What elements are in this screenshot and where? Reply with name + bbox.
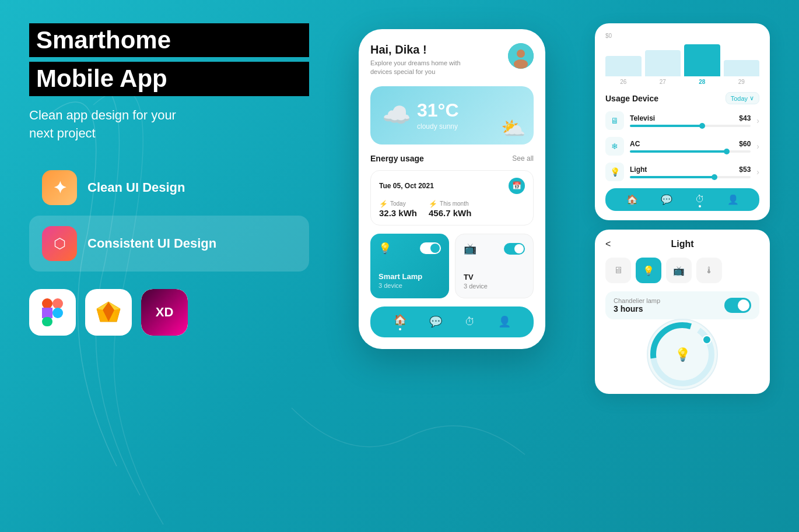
clean-ui-text: Clean UI Design bbox=[87, 180, 185, 195]
xd-icon: XD bbox=[141, 289, 188, 336]
smart-lamp-name: Smart Lamp bbox=[379, 272, 441, 281]
svg-point-19 bbox=[703, 336, 711, 344]
weather-info: 31°C cloudy sunny bbox=[417, 100, 459, 131]
svg-rect-0 bbox=[42, 298, 52, 309]
ac-usage-price: $60 bbox=[739, 140, 751, 148]
subtitle: Clean app design for your next project bbox=[29, 107, 309, 143]
tv-chevron: › bbox=[756, 116, 759, 125]
chart-label-28: 28 bbox=[684, 79, 720, 85]
ac-usage-icon: ❄ bbox=[605, 137, 624, 156]
xd-bg: XD bbox=[141, 289, 188, 336]
stat-today-value: 32.3 kWh bbox=[379, 208, 417, 218]
consistent-ui-icon: ⬡ bbox=[42, 226, 77, 261]
tv-usage-price: $43 bbox=[739, 114, 751, 122]
ac-name-row: AC $60 bbox=[630, 140, 751, 148]
phone-greeting: Hai, Dika ! bbox=[370, 43, 461, 57]
lamp-toggle[interactable] bbox=[420, 242, 441, 254]
tv-name-row: Televisi $43 bbox=[630, 114, 751, 122]
nav-timer[interactable]: ⏱ bbox=[465, 316, 475, 328]
right-nav-profile[interactable]: 👤 bbox=[727, 194, 739, 205]
light-title: Light bbox=[671, 239, 693, 249]
usage-row-ac: ❄ AC $60 › bbox=[605, 137, 759, 156]
svg-point-14 bbox=[514, 59, 528, 69]
middle-panel: Hai, Dika ! Explore your dreams home wit… bbox=[327, 23, 577, 509]
stat-month-value: 456.7 kWh bbox=[429, 208, 471, 218]
usage-row-light: 💡 Light $53 › bbox=[605, 163, 759, 181]
light-name-row: Light $53 bbox=[630, 165, 751, 174]
ac-bar-dot bbox=[724, 149, 730, 154]
chandelier-toggle[interactable] bbox=[724, 298, 751, 313]
ac-usage-name: AC bbox=[630, 140, 640, 148]
tv-usage-icon: 🖥 bbox=[605, 111, 624, 130]
svg-point-3 bbox=[52, 308, 63, 318]
chart-labels: 26 27 28 29 bbox=[605, 79, 759, 85]
nav-home[interactable]: 🏠 bbox=[394, 313, 406, 330]
today-badge[interactable]: Today ∨ bbox=[726, 92, 759, 104]
feature-card-consistent: ⬡ Consistent UI Design bbox=[29, 216, 309, 272]
light-tab-light[interactable]: 💡 bbox=[636, 258, 661, 283]
dial-container: 💡 bbox=[605, 326, 759, 385]
svg-rect-2 bbox=[42, 308, 52, 318]
tool-icons: XD bbox=[29, 289, 309, 336]
ac-bar-fill bbox=[630, 150, 727, 153]
tv-bar-fill bbox=[630, 125, 702, 127]
chart-bar-28 bbox=[684, 44, 720, 76]
chart-label-26: 26 bbox=[605, 79, 642, 85]
stat-month-icon: ⚡ bbox=[429, 200, 437, 208]
energy-card: Tue 05, Oct 2021 📅 ⚡ Today 32.3 kWh ⚡ bbox=[370, 170, 534, 226]
chart-label-27: 27 bbox=[645, 79, 681, 85]
usage-row-tv: 🖥 Televisi $43 › bbox=[605, 111, 759, 130]
sketch-icon bbox=[85, 289, 132, 336]
weather-card: ☁️ 31°C cloudy sunny ⛅ bbox=[370, 86, 534, 145]
ac-usage-info: AC $60 bbox=[630, 140, 751, 153]
chart-section: $0 26 27 28 29 bbox=[605, 33, 759, 92]
lamp-toggle-knob bbox=[430, 244, 440, 253]
stat-month: ⚡ This month 456.7 kWh bbox=[429, 200, 471, 218]
tv-usage-info: Televisi $43 bbox=[630, 114, 751, 127]
svg-text:💡: 💡 bbox=[675, 347, 691, 362]
smart-lamp-header: 💡 bbox=[379, 242, 441, 255]
light-usage-icon: 💡 bbox=[605, 163, 624, 181]
energy-date-row: Tue 05, Oct 2021 📅 bbox=[379, 178, 525, 194]
tv-toggle-knob bbox=[514, 244, 524, 253]
phone-sub: Explore your dreams home with devices sp… bbox=[370, 59, 461, 77]
phone-greeting-block: Hai, Dika ! Explore your dreams home wit… bbox=[370, 43, 461, 77]
light-bar-fill bbox=[630, 176, 714, 178]
light-bar-track bbox=[630, 176, 751, 178]
title-smarthome: Smarthome bbox=[29, 23, 309, 57]
right-nav-chat[interactable]: 💬 bbox=[661, 194, 672, 205]
light-bar-dot bbox=[712, 174, 717, 180]
light-card: < Light 🖥 💡 📺 🌡 Chandelier lamp 3 hours bbox=[595, 230, 770, 394]
chart-bar-27 bbox=[645, 50, 681, 76]
lamp-icon: 💡 bbox=[379, 242, 391, 255]
nav-home-dot bbox=[399, 328, 401, 330]
light-tab-temp[interactable]: 🌡 bbox=[696, 258, 722, 283]
chandelier-time: 3 hours bbox=[614, 304, 660, 313]
consistent-ui-text: Consistent UI Design bbox=[87, 236, 216, 251]
light-usage-name: Light bbox=[630, 165, 647, 174]
light-tab-tv[interactable]: 📺 bbox=[666, 258, 692, 283]
ac-bar-track bbox=[630, 150, 751, 153]
right-top-nav: 🏠 💬 ⏱ 👤 bbox=[605, 188, 759, 211]
nav-profile[interactable]: 👤 bbox=[498, 315, 511, 328]
energy-date: Tue 05, Oct 2021 bbox=[379, 182, 434, 190]
tv-card: 📺 TV 3 device bbox=[455, 234, 534, 298]
chart-bar-29 bbox=[724, 60, 760, 76]
light-tabs: 🖥 💡 📺 🌡 bbox=[605, 258, 759, 283]
right-nav-dot bbox=[699, 205, 701, 207]
phone-mockup: Hai, Dika ! Explore your dreams home wit… bbox=[359, 29, 545, 349]
tv-bar-track bbox=[630, 125, 751, 127]
stat-month-label: ⚡ This month bbox=[429, 200, 471, 208]
right-nav-home[interactable]: 🏠 bbox=[626, 194, 638, 205]
dial-svg: 💡 bbox=[642, 313, 723, 395]
left-panel: Smarthome Mobile App Clean app design fo… bbox=[29, 23, 309, 509]
see-all[interactable]: See all bbox=[512, 154, 534, 163]
right-nav-timer[interactable]: ⏱ bbox=[695, 194, 705, 205]
stat-today-icon: ⚡ bbox=[379, 200, 388, 208]
nav-chat[interactable]: 💬 bbox=[429, 315, 442, 328]
light-tab-device[interactable]: 🖥 bbox=[605, 258, 631, 283]
calendar-icon: 📅 bbox=[509, 178, 525, 194]
chart-bars bbox=[605, 41, 759, 76]
back-button[interactable]: < bbox=[605, 239, 611, 249]
tv-toggle[interactable] bbox=[504, 243, 525, 255]
